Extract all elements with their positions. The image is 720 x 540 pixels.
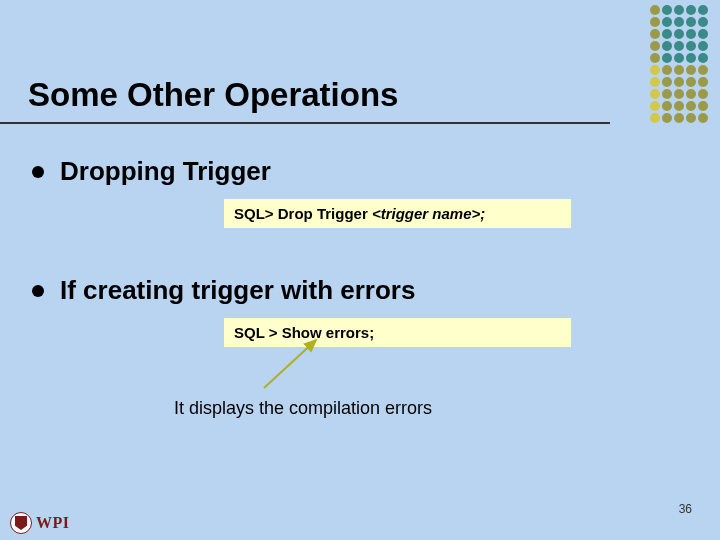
logo-seal-icon <box>10 512 32 534</box>
wpi-logo: WPI <box>10 512 70 534</box>
page-number: 36 <box>679 502 692 516</box>
code-box-show-errors: SQL > Show errors; <box>224 318 571 347</box>
slide-title: Some Other Operations <box>28 76 398 114</box>
bullet-item-1: Dropping Trigger <box>32 156 271 187</box>
bullet-icon <box>32 285 44 297</box>
logo-text: WPI <box>36 514 70 532</box>
bullet-text: Dropping Trigger <box>60 156 271 187</box>
bullet-item-2: If creating trigger with errors <box>32 275 415 306</box>
decorative-dot-grid <box>650 5 708 123</box>
note-text: It displays the compilation errors <box>174 398 432 419</box>
title-underline <box>0 122 610 124</box>
code-prefix: SQL> Drop Trigger <box>234 205 372 222</box>
code-prefix: SQL > Show errors <box>234 324 369 341</box>
bullet-text: If creating trigger with errors <box>60 275 415 306</box>
slide: Some Other Operations Dropping Trigger S… <box>0 0 720 540</box>
code-arg: ; <box>369 324 374 341</box>
code-arg: <trigger name>; <box>372 205 485 222</box>
code-box-drop-trigger: SQL> Drop Trigger <trigger name>; <box>224 199 571 228</box>
bullet-icon <box>32 166 44 178</box>
svg-line-0 <box>264 340 316 388</box>
